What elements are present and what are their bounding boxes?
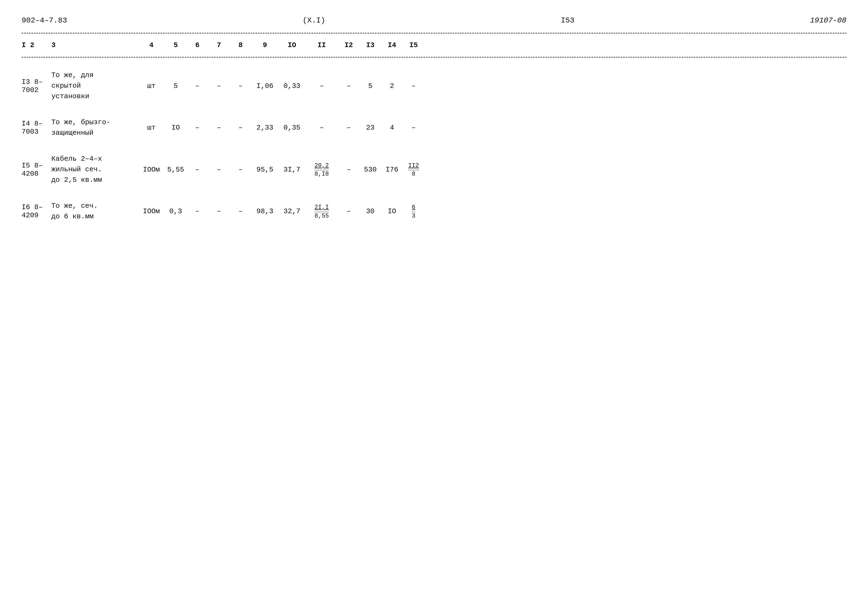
row2-col11: – bbox=[338, 124, 360, 132]
row3-frac14-numerator: II2 bbox=[408, 162, 419, 170]
row2-desc: То же, брызго- защищенный bbox=[51, 117, 138, 138]
row4-frac14-denominator: 3 bbox=[412, 212, 415, 220]
row4-col5: – bbox=[187, 207, 208, 215]
row1-col13: 2 bbox=[381, 82, 403, 90]
row3-col8: 95,5 bbox=[251, 166, 279, 174]
row3-col7: – bbox=[230, 166, 251, 174]
column-headers: I 2 3 4 5 6 7 8 9 IO II I2 I3 I4 I5 bbox=[21, 38, 847, 52]
col-header-13: I3 bbox=[360, 41, 381, 49]
row4-col14: 6 3 bbox=[403, 203, 424, 220]
row1-col5: – bbox=[187, 82, 208, 90]
row1-col7: – bbox=[230, 82, 251, 90]
table-row: I4 8–7003 То же, брызго- защищенный шт I… bbox=[21, 110, 847, 146]
row1-col12: 5 bbox=[360, 82, 381, 90]
row3-frac-col14: II2 8 bbox=[408, 162, 419, 178]
row4-frac-denominator: 8,55 bbox=[315, 212, 329, 220]
row4-col10: 2I,I 8,55 bbox=[305, 203, 338, 220]
top-divider bbox=[21, 33, 847, 34]
row2-col10: – bbox=[305, 124, 338, 132]
row2-col6: – bbox=[208, 124, 230, 132]
row2-col5: – bbox=[187, 124, 208, 132]
row3-frac-denominator: 8,I8 bbox=[315, 170, 329, 178]
row2-col9: 0,35 bbox=[279, 124, 305, 132]
row1-col6: – bbox=[208, 82, 230, 90]
row4-col12: 30 bbox=[360, 207, 381, 215]
row1-col4: 5 bbox=[165, 82, 187, 90]
header-divider bbox=[21, 57, 847, 58]
row3-frac-numerator: 20,2 bbox=[315, 162, 329, 170]
row3-col14: II2 8 bbox=[403, 161, 424, 178]
row1-code: I3 8–7002 bbox=[21, 78, 51, 94]
row4-frac14-numerator: 6 bbox=[412, 204, 415, 212]
row1-col14: – bbox=[403, 82, 424, 90]
table-row: I5 8–4208 Кабель 2–4–х жильный сеч. до 2… bbox=[21, 146, 847, 193]
col-header-6: 6 bbox=[187, 41, 208, 49]
table-row: I3 8–7002 То же, для скрытой установки ш… bbox=[21, 63, 847, 110]
section-label: (X.I) bbox=[303, 16, 325, 25]
col-header-7: 7 bbox=[208, 41, 230, 49]
doc-number: 19107-08 bbox=[810, 16, 847, 25]
row3-col11: – bbox=[338, 166, 360, 174]
row3-col6: – bbox=[208, 166, 230, 174]
row4-code: I6 8–4209 bbox=[21, 203, 51, 220]
row4-desc: То же, сеч. до 6 кв.мм bbox=[51, 201, 138, 222]
row3-col13: I76 bbox=[381, 166, 403, 174]
row2-col14: – bbox=[403, 124, 424, 132]
row2-col13: 4 bbox=[381, 124, 403, 132]
col-header-9: 9 bbox=[251, 41, 279, 49]
row2-unit: шт bbox=[138, 124, 165, 132]
row1-unit: шт bbox=[138, 82, 165, 90]
row2-col12: 23 bbox=[360, 124, 381, 132]
row1-col10: – bbox=[305, 82, 338, 90]
row4-unit: IOOм bbox=[138, 207, 165, 215]
row4-frac-numerator: 2I,I bbox=[315, 204, 329, 212]
row3-col4: 5,55 bbox=[165, 166, 187, 174]
row4-col9: 32,7 bbox=[279, 207, 305, 215]
row3-unit: IOOм bbox=[138, 166, 165, 174]
page-header: 902–4–7.83 (X.I) I53 19107-08 bbox=[21, 16, 847, 25]
col-header-14: I4 bbox=[381, 41, 403, 49]
col-header-3: 3 bbox=[51, 41, 138, 49]
col-header-15: I5 bbox=[403, 41, 424, 49]
row3-frac-col10: 20,2 8,I8 bbox=[315, 162, 329, 178]
row4-col7: – bbox=[230, 207, 251, 215]
table-row: I6 8–4209 То же, сеч. до 6 кв.мм IOOм 0,… bbox=[21, 193, 847, 230]
col-header-1-2: I 2 bbox=[21, 41, 51, 49]
row3-col9: 3I,7 bbox=[279, 166, 305, 174]
row4-col8: 98,3 bbox=[251, 207, 279, 215]
row2-col8: 2,33 bbox=[251, 124, 279, 132]
col-header-4: 4 bbox=[138, 41, 165, 49]
row3-col12: 530 bbox=[360, 166, 381, 174]
row1-col8: I,06 bbox=[251, 82, 279, 90]
row3-col5: – bbox=[187, 166, 208, 174]
row2-col4: IO bbox=[165, 124, 187, 132]
row4-col13: IO bbox=[381, 207, 403, 215]
row1-col9: 0,33 bbox=[279, 82, 305, 90]
col-header-11: II bbox=[305, 41, 338, 49]
doc-id: 902–4–7.83 bbox=[21, 16, 67, 25]
col-header-8: 8 bbox=[230, 41, 251, 49]
row3-col10: 20,2 8,I8 bbox=[305, 161, 338, 178]
row4-col4: 0,3 bbox=[165, 207, 187, 215]
row3-frac14-denominator: 8 bbox=[412, 170, 415, 178]
row4-frac-col10: 2I,I 8,55 bbox=[315, 204, 329, 220]
row4-col11: – bbox=[338, 207, 360, 215]
row3-code: I5 8–4208 bbox=[21, 161, 51, 178]
col-header-5: 5 bbox=[165, 41, 187, 49]
row4-frac-col14: 6 3 bbox=[412, 204, 415, 220]
row2-col7: – bbox=[230, 124, 251, 132]
row2-code: I4 8–7003 bbox=[21, 120, 51, 136]
row1-col11: – bbox=[338, 82, 360, 90]
row4-col6: – bbox=[208, 207, 230, 215]
col-header-10: IO bbox=[279, 41, 305, 49]
page-number: I53 bbox=[561, 16, 574, 25]
col-header-12: I2 bbox=[338, 41, 360, 49]
row3-desc: Кабель 2–4–х жильный сеч. до 2,5 кв.мм bbox=[51, 154, 138, 185]
row1-desc: То же, для скрытой установки bbox=[51, 70, 138, 102]
